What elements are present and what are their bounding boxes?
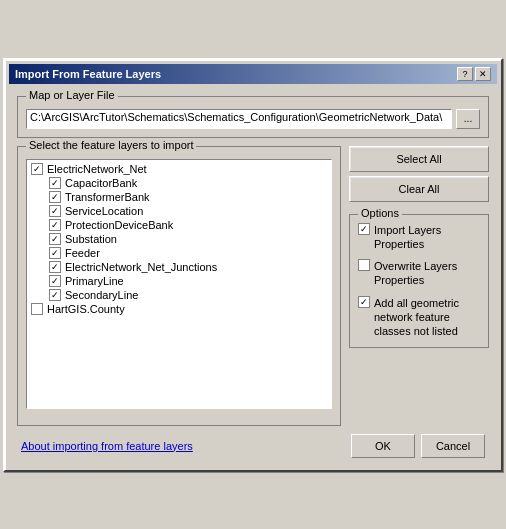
- list-item-label: SecondaryLine: [65, 289, 138, 301]
- list-item-checkbox[interactable]: [49, 219, 61, 231]
- list-item-checkbox[interactable]: [49, 289, 61, 301]
- file-group: Map or Layer File C:\ArcGIS\ArcTutor\Sch…: [17, 96, 489, 138]
- list-item-label: HartGIS.County: [47, 303, 125, 315]
- list-item-label: CapacitorBank: [65, 177, 137, 189]
- file-path-input[interactable]: C:\ArcGIS\ArcTutor\Schematics\Schematics…: [26, 109, 452, 129]
- list-item-label: ProtectionDeviceBank: [65, 219, 173, 231]
- list-item[interactable]: PrimaryLine: [29, 274, 329, 288]
- feature-list-group-label: Select the feature layers to import: [26, 139, 196, 151]
- list-item-checkbox[interactable]: [49, 261, 61, 273]
- list-item[interactable]: ElectricNetwork_Net_Junctions: [29, 260, 329, 274]
- bottom-row: About importing from feature layers OK C…: [17, 434, 489, 458]
- list-item-label: Feeder: [65, 247, 100, 259]
- list-item[interactable]: ServiceLocation: [29, 204, 329, 218]
- overwrite-layers-checkbox[interactable]: [358, 259, 370, 271]
- file-path-row: C:\ArcGIS\ArcTutor\Schematics\Schematics…: [26, 109, 480, 129]
- close-button[interactable]: ✕: [475, 67, 491, 81]
- list-item[interactable]: ProtectionDeviceBank: [29, 218, 329, 232]
- list-item-checkbox[interactable]: [31, 163, 43, 175]
- list-item-checkbox[interactable]: [49, 233, 61, 245]
- list-item[interactable]: ElectricNetwork_Net: [29, 162, 329, 176]
- dialog-window: Import From Feature Layers ? ✕ Map or La…: [3, 58, 503, 472]
- browse-button[interactable]: ...: [456, 109, 480, 129]
- help-button[interactable]: ?: [457, 67, 473, 81]
- file-group-label: Map or Layer File: [26, 89, 118, 101]
- list-item[interactable]: HartGIS.County: [29, 302, 329, 316]
- list-item-label: ElectricNetwork_Net: [47, 163, 147, 175]
- add-geometric-row: Add all geometric network feature classe…: [358, 296, 480, 339]
- list-item-checkbox[interactable]: [49, 275, 61, 287]
- main-row: Select the feature layers to import Elec…: [17, 146, 489, 426]
- options-group-label: Options: [358, 207, 402, 219]
- feature-list-container[interactable]: ElectricNetwork_NetCapacitorBankTransfor…: [26, 159, 332, 409]
- overwrite-layers-row: Overwrite Layers Properties: [358, 259, 480, 288]
- add-geometric-checkbox[interactable]: [358, 296, 370, 308]
- list-item[interactable]: Substation: [29, 232, 329, 246]
- list-item-label: ServiceLocation: [65, 205, 143, 217]
- select-all-button[interactable]: Select All: [349, 146, 489, 172]
- add-geometric-label: Add all geometric network feature classe…: [374, 296, 480, 339]
- list-item-label: TransformerBank: [65, 191, 150, 203]
- ok-button[interactable]: OK: [351, 434, 415, 458]
- clear-all-button[interactable]: Clear All: [349, 176, 489, 202]
- import-layers-row: Import Layers Properties: [358, 223, 480, 252]
- list-item-checkbox[interactable]: [49, 177, 61, 189]
- import-layers-checkbox[interactable]: [358, 223, 370, 235]
- list-item[interactable]: SecondaryLine: [29, 288, 329, 302]
- dialog-title: Import From Feature Layers: [15, 68, 161, 80]
- title-bar: Import From Feature Layers ? ✕: [9, 64, 497, 84]
- list-item-label: Substation: [65, 233, 117, 245]
- list-item-checkbox[interactable]: [49, 191, 61, 203]
- list-item-label: ElectricNetwork_Net_Junctions: [65, 261, 217, 273]
- bottom-buttons: OK Cancel: [351, 434, 485, 458]
- list-item[interactable]: Feeder: [29, 246, 329, 260]
- list-item[interactable]: TransformerBank: [29, 190, 329, 204]
- list-item-label: PrimaryLine: [65, 275, 124, 287]
- import-layers-label: Import Layers Properties: [374, 223, 480, 252]
- options-group: Options Import Layers Properties Overwri…: [349, 214, 489, 348]
- about-link[interactable]: About importing from feature layers: [21, 440, 193, 452]
- feature-list-group: Select the feature layers to import Elec…: [17, 146, 341, 426]
- overwrite-layers-label: Overwrite Layers Properties: [374, 259, 480, 288]
- title-bar-buttons: ? ✕: [457, 67, 491, 81]
- dialog-content: Map or Layer File C:\ArcGIS\ArcTutor\Sch…: [9, 90, 497, 466]
- cancel-button[interactable]: Cancel: [421, 434, 485, 458]
- list-item-checkbox[interactable]: [49, 205, 61, 217]
- list-item[interactable]: CapacitorBank: [29, 176, 329, 190]
- right-panel: Select All Clear All Options Import Laye…: [349, 146, 489, 426]
- list-item-checkbox[interactable]: [31, 303, 43, 315]
- list-item-checkbox[interactable]: [49, 247, 61, 259]
